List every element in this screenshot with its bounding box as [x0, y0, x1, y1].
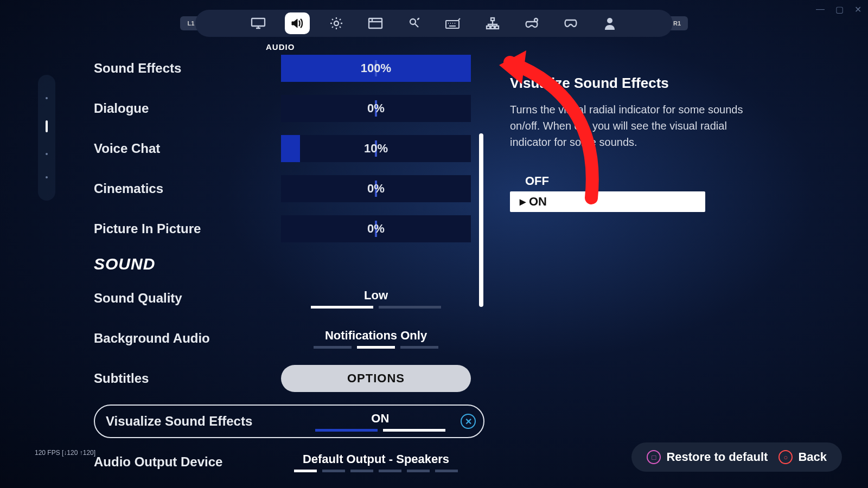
- options-button[interactable]: OPTIONS: [281, 365, 471, 392]
- description-body: Turns the visual radial indicator for so…: [510, 101, 760, 150]
- slider-pip[interactable]: 0%: [281, 215, 471, 242]
- svg-rect-6: [487, 26, 490, 29]
- row-cinematics[interactable]: Cinematics 0%: [94, 175, 484, 203]
- footer-bar: □ Restore to default ○ Back: [631, 442, 842, 472]
- back-button[interactable]: ○ Back: [778, 450, 827, 464]
- caret-right-icon: ▸: [520, 195, 526, 209]
- keyboard-tab[interactable]: [441, 12, 466, 34]
- svg-rect-4: [446, 21, 459, 28]
- svg-rect-7: [491, 26, 494, 29]
- slider-voice-chat[interactable]: 10%: [281, 135, 471, 162]
- account-tab[interactable]: [597, 12, 622, 34]
- controller-gear-tab[interactable]: [519, 12, 544, 34]
- tab-sublabel: AUDIO: [266, 42, 295, 52]
- restore-default-button[interactable]: □ Restore to default: [647, 450, 768, 464]
- row-subtitles[interactable]: Subtitles OPTIONS: [94, 364, 484, 393]
- value-sound-quality: Low: [364, 288, 388, 303]
- audio-tab[interactable]: [285, 12, 310, 34]
- description-panel: Visualize Sound Effects Turns the visual…: [510, 75, 760, 212]
- value-visualize-sfx: ON: [371, 412, 389, 426]
- row-bg-audio[interactable]: Background Audio Notifications Only: [94, 324, 484, 352]
- touch-tab[interactable]: [402, 12, 427, 34]
- controller-tab[interactable]: [558, 12, 583, 34]
- x-prompt-icon: ✕: [461, 414, 476, 429]
- label-voice-chat: Voice Chat: [94, 141, 281, 156]
- gear-tab[interactable]: [324, 12, 349, 34]
- ui-tab[interactable]: [363, 12, 388, 34]
- label-sound-quality: Sound Quality: [94, 291, 281, 306]
- segbar-visualize[interactable]: [315, 429, 445, 432]
- row-sound-effects[interactable]: Sound Effects 100%: [94, 54, 484, 82]
- row-voice-chat[interactable]: Voice Chat 10%: [94, 134, 484, 163]
- row-visualize-sfx[interactable]: Visualize Sound Effects ON ✕: [94, 404, 484, 438]
- row-sound-quality[interactable]: Sound Quality Low: [94, 284, 484, 312]
- svg-rect-2: [369, 18, 382, 28]
- label-output-device: Audio Output Device: [94, 454, 281, 470]
- svg-point-9: [534, 18, 538, 22]
- segbar-output[interactable]: [294, 470, 458, 472]
- minimize-icon[interactable]: —: [816, 4, 825, 15]
- svg-point-10: [607, 18, 612, 23]
- option-on[interactable]: ▸ ON: [510, 191, 705, 212]
- segbar-bgaudio[interactable]: [314, 346, 438, 349]
- segbar-quality[interactable]: [311, 306, 441, 309]
- maximize-icon[interactable]: ▢: [835, 4, 844, 15]
- section-indicator: [38, 75, 55, 201]
- svg-point-3: [410, 19, 416, 24]
- section-heading-sound: SOUND: [94, 255, 484, 273]
- display-tab[interactable]: [246, 12, 271, 34]
- window-controls: — ▢ ✕: [816, 4, 861, 15]
- slider-dialogue[interactable]: 0%: [281, 95, 471, 122]
- sitemap-tab[interactable]: [480, 12, 505, 34]
- square-prompt-icon: □: [647, 450, 661, 464]
- option-off[interactable]: OFF: [510, 171, 705, 191]
- close-icon[interactable]: ✕: [854, 4, 861, 15]
- circle-prompt-icon: ○: [778, 450, 793, 464]
- fps-counter: 120 FPS [↓120 ↑120]: [35, 449, 95, 457]
- settings-list: Sound Effects 100% Dialogue 0% Voice Cha…: [94, 54, 484, 488]
- label-bg-audio: Background Audio: [94, 331, 281, 346]
- option-list: OFF ▸ ON: [510, 171, 705, 212]
- value-bg-audio: Notifications Only: [325, 329, 427, 343]
- slider-cinematics[interactable]: 0%: [281, 175, 471, 202]
- row-dialogue[interactable]: Dialogue 0%: [94, 94, 484, 123]
- settings-tabbar: [195, 10, 673, 37]
- row-pip[interactable]: Picture In Picture 0%: [94, 215, 484, 243]
- svg-rect-8: [495, 26, 499, 29]
- label-visualize-sfx: Visualize Sound Effects: [106, 414, 288, 429]
- row-output-device[interactable]: Audio Output Device Default Output - Spe…: [94, 448, 484, 476]
- label-cinematics: Cinematics: [94, 181, 281, 196]
- label-sound-effects: Sound Effects: [94, 61, 281, 76]
- label-pip: Picture In Picture: [94, 221, 281, 236]
- value-output-device: Default Output - Speakers: [303, 452, 449, 466]
- svg-rect-0: [252, 18, 265, 26]
- label-dialogue: Dialogue: [94, 101, 281, 116]
- svg-point-1: [334, 21, 339, 25]
- label-subtitles: Subtitles: [94, 371, 281, 386]
- description-title: Visualize Sound Effects: [510, 75, 760, 92]
- slider-sound-effects[interactable]: 100%: [281, 55, 471, 82]
- svg-rect-5: [491, 18, 494, 21]
